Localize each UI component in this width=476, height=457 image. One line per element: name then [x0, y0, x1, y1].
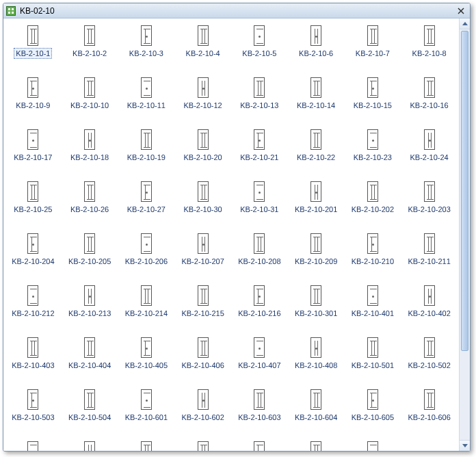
palette-item[interactable]: KB-2-10-210 [345, 233, 401, 277]
svg-rect-3 [8, 12, 10, 14]
palette-item[interactable]: KB-2-10-15 [345, 77, 401, 121]
scroll-up-button[interactable] [460, 18, 470, 29]
palette-item[interactable]: KB-2-10-213 [62, 285, 118, 329]
palette-item[interactable]: KB-2-10-3 [118, 25, 175, 69]
grid-container: KB-2-10-1KB-2-10-2KB-2-10-3KB-2-10-4KB-2… [3, 18, 459, 451]
palette-item-label: KB-2-10-211 [406, 256, 452, 267]
palette-item[interactable]: KB-2-10-502 [401, 337, 458, 381]
palette-item[interactable]: KB-2-10-20 [174, 129, 231, 173]
palette-item[interactable]: KB-2-10-12 [174, 77, 231, 121]
palette-item[interactable]: KB-2-10-503 [5, 389, 62, 433]
palette-item[interactable]: KB-2-10-603 [231, 389, 288, 433]
palette-item[interactable]: KB-2-10-11 [118, 77, 175, 121]
palette-item[interactable]: KB-2-10-22 [288, 129, 345, 173]
palette-item[interactable]: KB-2-10-601 [118, 389, 175, 433]
palette-item[interactable]: KB-2-10-214 [118, 285, 175, 329]
palette-item[interactable]: KB-2-10-25 [5, 181, 62, 225]
palette-item[interactable]: KB-2-10-9 [5, 77, 62, 121]
palette-item-label: KB-2-10-203 [406, 204, 452, 215]
palette-item[interactable]: KB-2-10-6 [288, 25, 345, 69]
palette-item[interactable]: KB-2-10-201 [288, 181, 345, 225]
palette-item[interactable]: KB-2-10-13 [231, 77, 288, 121]
palette-item[interactable]: KB-2-10-18 [62, 129, 118, 173]
palette-item[interactable]: KB-2-10-26 [62, 181, 118, 225]
block-thumbnail-icon [367, 337, 378, 358]
titlebar[interactable]: KB-02-10 [3, 3, 470, 18]
palette-item-label: KB-2-10-21 [238, 152, 280, 163]
palette-item[interactable]: KB-2-10-30 [174, 181, 231, 225]
palette-item[interactable]: KB-2-10-605 [345, 389, 401, 433]
palette-item[interactable]: KB-2-10-501 [345, 337, 401, 381]
block-thumbnail-icon [141, 441, 152, 451]
palette-item-label: KB-2-10-602 [179, 412, 226, 423]
palette-item[interactable]: KB-2-10-2 [62, 25, 118, 69]
vertical-scrollbar[interactable] [459, 18, 470, 451]
palette-item-label: KB-2-10-606 [406, 412, 452, 423]
app-icon [6, 6, 16, 16]
palette-item[interactable]: KB-2-10-407 [231, 337, 288, 381]
palette-item[interactable]: KB-2-10-604 [288, 389, 345, 433]
palette-item[interactable]: KB-2-10-4 [174, 25, 231, 69]
palette-item[interactable]: KB-2-10-401 [345, 285, 401, 329]
palette-item[interactable]: KB-2-10-17 [5, 129, 62, 173]
palette-item-label: KB-2-10-202 [349, 204, 396, 215]
palette-item[interactable]: KB-2-10-208 [231, 233, 288, 277]
scroll-thumb[interactable] [461, 31, 468, 351]
close-button[interactable] [455, 5, 467, 16]
block-thumbnail-icon [424, 285, 435, 306]
palette-item[interactable]: KB-2-10-16 [401, 77, 458, 121]
palette-item[interactable]: KB-2-10-405 [118, 337, 175, 381]
palette-item-label: KB-2-10-31 [238, 204, 280, 215]
palette-item[interactable]: KB-2-10-406 [174, 337, 231, 381]
palette-item[interactable]: KB-2-10-206 [118, 233, 175, 277]
palette-item[interactable]: KB-2-10-211 [401, 233, 458, 277]
palette-item[interactable]: KB-2-10-408 [288, 337, 345, 381]
palette-item[interactable]: KB-2-10-904 [231, 441, 288, 451]
block-thumbnail-icon [367, 25, 378, 46]
palette-item[interactable]: KB-2-10-203 [401, 181, 458, 225]
palette-item-label: KB-2-10-13 [238, 100, 280, 111]
palette-item-label: KB-2-10-601 [123, 412, 170, 423]
palette-item[interactable]: KB-2-10-905 [288, 441, 345, 451]
palette-item-label: KB-2-10-402 [406, 308, 452, 319]
palette-item[interactable]: KB-2-10-205 [62, 233, 118, 277]
block-thumbnail-icon [198, 77, 209, 98]
palette-item[interactable]: KB-2-10-607 [5, 441, 62, 451]
palette-item[interactable]: KB-2-10-903 [174, 441, 231, 451]
palette-item[interactable]: KB-2-10-404 [62, 337, 118, 381]
palette-item[interactable]: KB-2-10-7 [345, 25, 401, 69]
palette-item[interactable]: KB-2-10-602 [174, 389, 231, 433]
scroll-track[interactable] [460, 29, 470, 440]
scroll-down-button[interactable] [460, 440, 470, 451]
block-thumbnail-icon [198, 129, 209, 150]
palette-item[interactable]: KB-2-10-209 [288, 233, 345, 277]
palette-item-label: KB-2-10-30 [181, 204, 224, 215]
palette-item-label: KB-2-10-408 [293, 360, 339, 371]
palette-item[interactable]: KB-2-10-24 [401, 129, 458, 173]
palette-item[interactable]: KB-2-10-27 [118, 181, 175, 225]
palette-item[interactable]: KB-2-10-5 [231, 25, 288, 69]
palette-item[interactable]: KB-2-10-301 [288, 285, 345, 329]
palette-item[interactable]: KB-2-10-8 [401, 25, 458, 69]
palette-item[interactable]: KB-2-10-31 [231, 181, 288, 225]
palette-item[interactable]: KB-2-10-23 [345, 129, 401, 173]
palette-item[interactable]: KB-2-10-902 [118, 441, 175, 451]
palette-item[interactable]: KB-2-10-202 [345, 181, 401, 225]
palette-item[interactable]: KB-2-10-207 [174, 233, 231, 277]
palette-item[interactable]: KB-2-10-215 [174, 285, 231, 329]
palette-item[interactable]: KB-2-10-10 [62, 77, 118, 121]
palette-item[interactable]: KB-2-10-402 [401, 285, 458, 329]
palette-item[interactable]: KB-2-10-212 [5, 285, 62, 329]
palette-item[interactable]: KB-2-10-19 [118, 129, 175, 173]
palette-item[interactable]: KB-2-10-901 [62, 441, 118, 451]
palette-item[interactable]: KB-2-10-21 [231, 129, 288, 173]
palette-item[interactable]: KB-2-10-216 [231, 285, 288, 329]
palette-item[interactable]: KB-2-10-14 [288, 77, 345, 121]
palette-item[interactable]: KB-2-10-606 [401, 389, 458, 433]
block-thumbnail-icon [310, 285, 321, 306]
palette-item[interactable]: KB-2-10-1 [5, 25, 62, 69]
palette-item[interactable]: KB-2-10-906 [345, 441, 401, 451]
palette-item[interactable]: KB-2-10-204 [5, 233, 62, 277]
palette-item[interactable]: KB-2-10-504 [62, 389, 118, 433]
palette-item[interactable]: KB-2-10-403 [5, 337, 62, 381]
